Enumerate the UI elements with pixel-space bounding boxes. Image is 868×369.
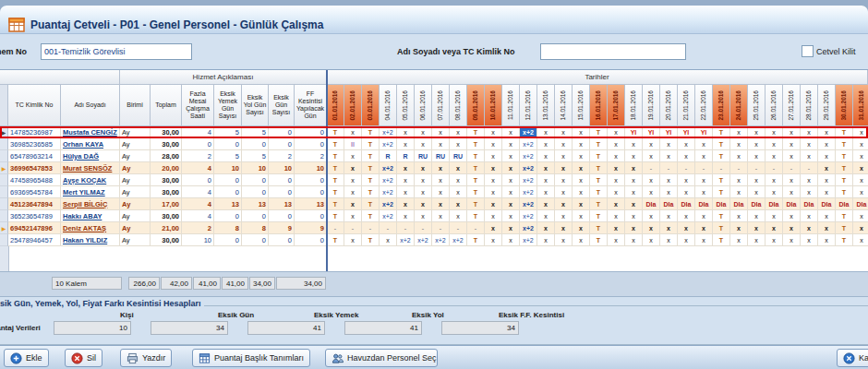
day-cell[interactable]: x	[344, 162, 362, 174]
day-cell[interactable]: x	[643, 174, 660, 186]
cell-tc[interactable]: 45123647894	[8, 198, 61, 210]
day-cell[interactable]: T	[836, 210, 853, 222]
day-cell[interactable]: x	[730, 138, 748, 150]
column-header-ff[interactable]: FF Kesintisi Yapılacak Gün	[295, 85, 327, 126]
day-cell[interactable]: x	[555, 138, 573, 150]
day-cell[interactable]: T	[590, 162, 608, 174]
day-cell[interactable]: DIa	[660, 198, 678, 210]
day-cell[interactable]: x	[783, 186, 801, 198]
cell-e_gun[interactable]: 0	[269, 174, 295, 186]
cell-name[interactable]: Mert YILMAZ	[61, 186, 120, 198]
cell-name[interactable]: Murat SENSÖZ	[61, 162, 120, 174]
day-cell[interactable]: T	[362, 150, 380, 162]
cell-ff[interactable]: 13	[295, 198, 327, 210]
day-cell[interactable]: x	[608, 210, 625, 222]
day-cell[interactable]: DIa	[818, 198, 836, 210]
day-cell[interactable]: -	[783, 162, 801, 174]
day-cell-selected[interactable]: x+2	[520, 126, 537, 138]
day-cell[interactable]: x	[853, 186, 868, 198]
day-cell[interactable]: x	[853, 210, 868, 222]
day-cell[interactable]: x	[485, 174, 502, 186]
day-cell[interactable]: x	[660, 150, 678, 162]
cell-ff[interactable]: 10	[295, 162, 327, 174]
cell-tc[interactable]: 14785236987	[8, 126, 61, 138]
day-cell[interactable]: x	[748, 174, 766, 186]
day-cell[interactable]: -	[415, 222, 432, 234]
day-cell[interactable]: x	[766, 222, 783, 234]
day-cell[interactable]: T	[836, 126, 853, 138]
day-cell[interactable]: T	[713, 222, 730, 234]
day-cell[interactable]: x	[818, 234, 836, 246]
day-cell[interactable]: x	[502, 186, 520, 198]
day-cell[interactable]: x	[783, 138, 801, 150]
cell-fazla[interactable]: 2	[182, 150, 214, 162]
day-cell[interactable]: x	[397, 138, 415, 150]
day-cell[interactable]: x	[730, 210, 748, 222]
day-cell[interactable]: T	[713, 126, 730, 138]
cell-tc[interactable]: 25478946457	[8, 234, 61, 246]
date-column-header[interactable]: 19.01.2016	[643, 85, 660, 126]
day-cell[interactable]: T	[836, 186, 853, 198]
cell-e_yol[interactable]: 0	[242, 186, 269, 198]
day-cell[interactable]: x+2	[520, 234, 537, 246]
day-cell[interactable]: x	[748, 126, 766, 138]
cetvel-kilit-checkbox[interactable]	[802, 45, 814, 57]
day-cell[interactable]: T	[327, 210, 344, 222]
day-cell[interactable]: DIa	[643, 198, 660, 210]
day-cell[interactable]: x	[678, 210, 695, 222]
day-cell[interactable]: x	[502, 126, 520, 138]
day-cell[interactable]: x	[695, 222, 713, 234]
day-cell[interactable]: x	[397, 186, 415, 198]
date-column-header[interactable]: 01.01.2016	[327, 85, 344, 126]
cell-tc[interactable]: 36985236585	[8, 138, 61, 150]
day-cell[interactable]: x	[344, 234, 362, 246]
day-cell[interactable]: R	[380, 150, 397, 162]
day-cell[interactable]: x	[537, 174, 555, 186]
day-cell[interactable]: x	[695, 138, 713, 150]
day-cell[interactable]: II	[344, 138, 362, 150]
cell-e_yemek[interactable]: 8	[214, 222, 242, 234]
date-column-header[interactable]: 20.01.2016	[660, 85, 678, 126]
table-row[interactable]: 45123647894Serpil BİLGİÇAy17,00413131313…	[0, 198, 868, 210]
puantaj-baslik-tanimlari-button[interactable]: Puantaj Başlık Tanımları	[192, 349, 310, 367]
day-cell[interactable]: x	[818, 210, 836, 222]
day-cell[interactable]: x	[730, 222, 748, 234]
day-cell[interactable]: x	[625, 234, 643, 246]
day-cell[interactable]: x	[432, 126, 450, 138]
cell-birim[interactable]: Ay	[120, 234, 151, 246]
day-cell[interactable]: x	[573, 222, 590, 234]
day-cell[interactable]: -	[432, 222, 450, 234]
day-cell[interactable]: DIa	[748, 198, 766, 210]
day-cell[interactable]: x	[502, 222, 520, 234]
day-cell[interactable]: DIa	[853, 198, 868, 210]
day-cell[interactable]: x	[801, 234, 818, 246]
day-cell[interactable]: -	[327, 222, 344, 234]
cell-birim[interactable]: Ay	[120, 210, 151, 222]
cell-e_yemek[interactable]: 0	[214, 210, 242, 222]
day-cell[interactable]: x	[783, 150, 801, 162]
day-cell[interactable]: T	[327, 198, 344, 210]
day-cell[interactable]: x	[730, 234, 748, 246]
day-cell[interactable]: x	[450, 186, 467, 198]
table-row[interactable]: ▶69452147896Deniz AKTAŞAy21,0028899-----…	[0, 222, 868, 234]
cell-e_yol[interactable]: 10	[242, 162, 269, 174]
day-cell[interactable]: x	[573, 210, 590, 222]
day-cell[interactable]: x	[537, 150, 555, 162]
sil-button[interactable]: Sil	[65, 349, 102, 367]
cell-toplam[interactable]: 20,00	[151, 162, 182, 174]
column-header-name[interactable]: Adı Soyadı	[61, 85, 120, 126]
cell-toplam[interactable]: 30,00	[151, 210, 182, 222]
date-column-header[interactable]: 11.01.2016	[502, 85, 520, 126]
day-cell[interactable]: T	[327, 234, 344, 246]
day-cell[interactable]: x	[625, 210, 643, 222]
day-cell[interactable]: x	[555, 186, 573, 198]
day-cell[interactable]: x	[748, 186, 766, 198]
day-cell[interactable]: T	[362, 186, 380, 198]
day-cell[interactable]: x+2	[520, 198, 537, 210]
day-cell[interactable]: -	[450, 222, 467, 234]
day-cell[interactable]: T	[590, 210, 608, 222]
day-cell[interactable]: x	[748, 210, 766, 222]
day-cell[interactable]: x	[450, 162, 467, 174]
day-cell[interactable]: x	[625, 162, 643, 174]
day-cell[interactable]: x	[397, 162, 415, 174]
